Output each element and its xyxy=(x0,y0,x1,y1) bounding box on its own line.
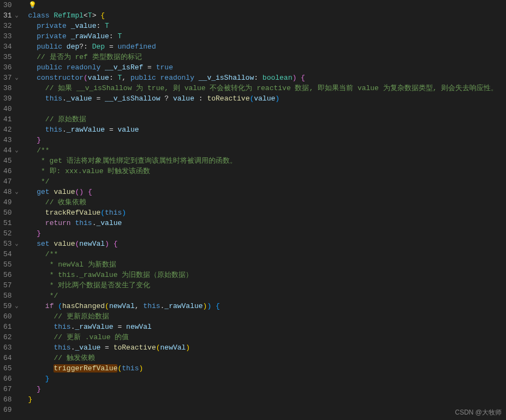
code-line[interactable]: triggerRefValue(this) xyxy=(28,363,506,374)
line-number: 43 xyxy=(3,135,20,145)
line-number: 38 xyxy=(3,83,20,93)
code-line[interactable]: * this._rawValue 为旧数据（原始数据） xyxy=(28,270,506,280)
line-number: 54 xyxy=(3,249,20,259)
line-number: 42 xyxy=(3,125,20,135)
code-line[interactable]: /** xyxy=(28,145,506,156)
code-line[interactable]: // 收集依赖 xyxy=(28,197,506,208)
code-line[interactable]: * newVal 为新数据 xyxy=(28,259,506,270)
line-number: 44⌄ xyxy=(3,145,20,156)
code-line[interactable]: // 如果 __v_isShallow 为 true, 则 value 不会被转… xyxy=(28,83,506,93)
code-line[interactable]: this._value = toReactive(newVal) xyxy=(28,342,506,353)
line-number: 62 xyxy=(3,332,20,342)
fold-icon[interactable]: ⌄ xyxy=(14,145,20,156)
fold-icon[interactable]: ⌄ xyxy=(14,187,20,197)
line-number: 39 xyxy=(3,93,20,104)
code-line[interactable]: } xyxy=(28,374,506,384)
code-line[interactable]: constructor(value: T, public readonly __… xyxy=(28,73,506,83)
line-number: 52 xyxy=(3,228,20,239)
line-number: 66 xyxy=(3,374,20,384)
code-line[interactable]: // 触发依赖 xyxy=(28,353,506,363)
code-line[interactable]: 💡 xyxy=(28,0,506,10)
line-number: 46 xyxy=(3,166,20,176)
code-line[interactable]: this._rawValue = value xyxy=(28,125,506,135)
code-line[interactable]: */ xyxy=(28,291,506,301)
code-line[interactable]: public dep?: Dep = undefined xyxy=(28,42,506,52)
line-number: 61 xyxy=(3,322,20,332)
line-number: 58 xyxy=(3,291,20,301)
line-number: 49 xyxy=(3,197,20,208)
line-number: 65 xyxy=(3,363,20,374)
line-number: 41 xyxy=(3,114,20,125)
code-line[interactable]: * 即: xxx.value 时触发该函数 xyxy=(28,166,506,176)
fold-icon[interactable]: ⌄ xyxy=(14,73,20,83)
line-number: 37⌄ xyxy=(3,73,20,83)
line-number: 33 xyxy=(3,31,20,42)
line-number: 31⌄ xyxy=(3,10,20,21)
code-line[interactable]: this._value = __v_isShallow ? value : to… xyxy=(28,93,506,104)
line-number: 68 xyxy=(3,394,20,405)
line-number: 51 xyxy=(3,218,20,228)
fold-icon[interactable]: ⌄ xyxy=(14,10,20,21)
line-number: 34 xyxy=(3,42,20,52)
fold-icon[interactable]: ⌄ xyxy=(14,239,20,249)
code-line[interactable]: } xyxy=(28,228,506,239)
code-line[interactable]: /** xyxy=(28,249,506,259)
line-number: 57 xyxy=(3,280,20,291)
line-number: 59⌄ xyxy=(3,301,20,311)
code-line[interactable]: this._rawValue = newVal xyxy=(28,322,506,332)
code-line[interactable]: */ xyxy=(28,176,506,187)
line-number: 69 xyxy=(3,405,20,415)
line-number: 60 xyxy=(3,311,20,322)
line-number: 35 xyxy=(3,52,20,62)
line-number: 50 xyxy=(3,208,20,218)
line-number: 55 xyxy=(3,259,20,270)
line-number: 47 xyxy=(3,176,20,187)
code-line[interactable]: public readonly __v_isRef = true xyxy=(28,62,506,73)
code-line[interactable]: // 是否为 ref 类型数据的标记 xyxy=(28,52,506,62)
code-line[interactable] xyxy=(28,405,506,415)
line-number: 40 xyxy=(3,104,20,114)
code-line[interactable]: class RefImpl<T> { xyxy=(28,10,506,21)
code-line[interactable]: * get 语法将对象属性绑定到查询该属性时将被调用的函数。 xyxy=(28,156,506,166)
code-line[interactable]: // 更新原始数据 xyxy=(28,311,506,322)
line-number: 64 xyxy=(3,353,20,363)
line-number: 56 xyxy=(3,270,20,280)
gutter: 3031⌄323334353637⌄38394041424344⌄4546474… xyxy=(0,0,24,420)
code-line[interactable]: private _value: T xyxy=(28,21,506,31)
code-line[interactable]: } xyxy=(28,135,506,145)
line-number: 36 xyxy=(3,62,20,73)
line-number: 45 xyxy=(3,156,20,166)
code-line[interactable]: } xyxy=(28,394,506,405)
line-number: 30 xyxy=(3,0,20,10)
code-area[interactable]: 💡 class RefImpl<T> { private _value: T p… xyxy=(24,0,506,420)
code-line[interactable]: set value(newVal) { xyxy=(28,239,506,249)
code-line[interactable]: get value() { xyxy=(28,187,506,197)
code-line[interactable]: trackRefValue(this) xyxy=(28,208,506,218)
line-number: 63 xyxy=(3,342,20,353)
code-line[interactable]: if (hasChanged(newVal, this._rawValue)) … xyxy=(28,301,506,311)
line-number: 32 xyxy=(3,21,20,31)
watermark: CSDN @大牧师 xyxy=(455,407,502,418)
code-line[interactable]: * 对比两个数据是否发生了变化 xyxy=(28,280,506,291)
fold-icon[interactable]: ⌄ xyxy=(14,301,20,311)
line-number: 67 xyxy=(3,384,20,394)
code-editor[interactable]: 3031⌄323334353637⌄38394041424344⌄4546474… xyxy=(0,0,506,420)
line-number: 53⌄ xyxy=(3,239,20,249)
code-line[interactable]: } xyxy=(28,384,506,394)
lightbulb-icon[interactable]: 💡 xyxy=(28,2,37,9)
code-line[interactable]: // 原始数据 xyxy=(28,114,506,125)
code-line[interactable]: private _rawValue: T xyxy=(28,31,506,42)
code-line[interactable]: // 更新 .value 的值 xyxy=(28,332,506,342)
line-number: 48⌄ xyxy=(3,187,20,197)
code-line[interactable] xyxy=(28,104,506,114)
code-line[interactable]: return this._value xyxy=(28,218,506,228)
